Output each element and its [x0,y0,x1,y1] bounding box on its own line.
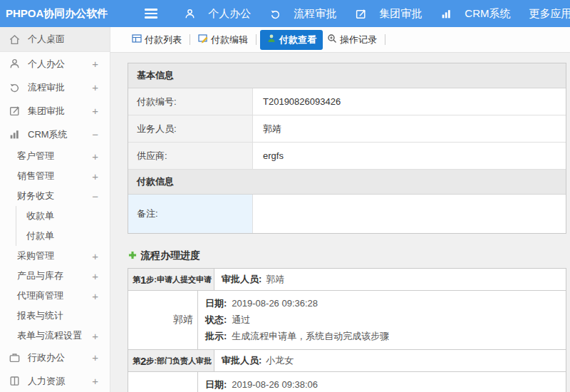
expand-toggle[interactable]: + [92,150,98,163]
sidebar-item-hr[interactable]: 人力资源 + [0,369,110,392]
progress-title-text: 流程办理进度 [140,249,200,262]
approver-name-cell: 郭靖 [128,291,198,349]
sidebar-item-label: 收款单 [26,210,54,222]
sidebar-item-group-approval[interactable]: 集团审批 + [0,99,110,123]
sidebar-item-desktop[interactable]: 个人桌面 [0,27,110,51]
expand-toggle[interactable]: + [92,270,98,282]
sidebar-item-flow-approval[interactable]: 流程审批 + [0,76,110,99]
chart-icon [9,128,21,140]
nav-item-flow-approval[interactable]: 流程审批 [260,7,346,21]
sidebar-item-label: 代理商管理 [17,289,63,302]
progress-step-row: 第1步:申请人提交申请 审批人员: 郭靖 [128,269,566,291]
step-approver-cell: 审批人员: 小龙女 [214,350,566,371]
expand-toggle[interactable]: + [92,170,98,182]
hamburger-menu-icon[interactable] [145,9,157,19]
edit-icon [9,105,21,117]
flow-icon [9,81,21,93]
date-label: 日期: [205,377,227,392]
expand-toggle[interactable]: + [92,58,98,70]
person-icon [266,33,276,46]
nav-item-personal-office[interactable]: 个人办公 [175,7,260,21]
detail-comment-line: 批示: 生成流程申请单，系统自动完成该步骤 [205,329,559,345]
edit-icon [198,33,208,46]
sidebar-item-label: 产品与库存 [17,269,63,282]
nav-item-crm[interactable]: CRM系统 [431,7,519,21]
sidebar-item-receipt[interactable]: 收款单 [16,206,110,226]
tab-operation-log[interactable]: 操作记录 [323,31,381,49]
finance-submenu: 收款单 付款单 [16,206,110,246]
comment-value: 生成流程申请单，系统自动完成该步骤 [232,329,389,345]
field-row-supplier: 供应商: ergfs [128,143,566,170]
app-window: PHPOA协同办公软件 个人办公 流程审批 [0,0,570,392]
sidebar-item-label: 客户管理 [17,150,54,163]
expand-toggle[interactable]: + [92,105,98,117]
edit-icon [355,8,367,20]
sidebar-item-crm[interactable]: CRM系统 − [0,123,110,146]
home-icon [9,33,21,46]
sidebar-item-label: 集团审批 [28,105,65,118]
section-header-payment-info: 付款信息 [128,170,566,195]
sidebar-item-customer-mgmt[interactable]: 客户管理 + [0,146,110,166]
top-nav: 个人办公 流程审批 集团审批 [175,7,570,21]
sidebar-item-form-flow-settings[interactable]: 表单与流程设置 + [0,326,110,346]
expand-toggle[interactable]: + [92,351,98,363]
expand-toggle[interactable]: + [92,81,98,93]
sidebar-item-label: 流程审批 [28,81,65,94]
sidebar-item-finance[interactable]: 财务收支 − [0,186,110,206]
list-icon [132,33,142,46]
status-value: 通过 [232,312,250,329]
progress-step-row: 第2步:部门负责人审批 审批人员: 小龙女 [128,350,566,372]
collapse-toggle[interactable]: − [92,190,98,202]
expand-toggle[interactable]: + [92,375,98,387]
nav-label: 个人办公 [208,7,251,21]
progress-detail-row: 小龙女 日期: 2019-08-26 09:38:06 状态: 通过 [128,372,566,392]
field-label: 备注: [128,195,253,233]
tab-label: 操作记录 [340,33,377,46]
sidebar-item-sales-mgmt[interactable]: 销售管理 + [0,166,110,186]
sidebar-item-agent-mgmt[interactable]: 代理商管理 + [0,286,110,306]
tab-label: 付款列表 [145,33,182,46]
flow-icon [269,8,281,20]
progress-detail-row: 郭靖 日期: 2019-08-26 09:36:28 状态: 通过 [128,291,566,350]
tab-payment-edit[interactable]: 付款编辑 [194,31,252,49]
plus-icon [128,250,138,262]
detail-date-line: 日期: 2019-08-26 09:36:28 [205,296,559,312]
step-approver-cell: 审批人员: 郭靖 [214,269,566,290]
tab-bar: 付款列表 付款编辑 [110,27,570,53]
tab-payment-list[interactable]: 付款列表 [128,31,186,49]
comment-label: 批示: [205,329,227,345]
sidebar-item-purchase[interactable]: 采购管理 + [0,246,110,266]
sidebar-item-payment[interactable]: 付款单 [16,226,110,246]
collapse-toggle[interactable]: − [92,128,98,140]
approval-detail-cell: 日期: 2019-08-26 09:36:28 状态: 通过 批示: 生成流程申… [198,291,566,349]
sidebar-item-label: 销售管理 [17,170,54,182]
note-value [253,195,566,233]
detail-status-line: 状态: 通过 [205,312,559,329]
expand-toggle[interactable]: + [92,290,98,302]
date-value: 2019-08-26 09:36:28 [232,296,318,312]
tab-separator [190,34,190,45]
field-label: 业务人员: [128,115,253,142]
tab-label: 付款查看 [279,33,316,46]
tab-payment-view[interactable]: 付款查看 [260,30,323,50]
nav-item-more-apps[interactable]: 更多应用 [520,7,570,21]
field-row-note: 备注: [128,195,566,233]
main-area: 付款列表 付款编辑 [110,27,570,392]
tab-separator [385,34,385,45]
approver-label: 审批人员: [222,354,261,367]
field-label: 供应商: [128,143,253,169]
date-value: 2019-08-26 09:38:06 [232,377,318,392]
sidebar-item-product-inventory[interactable]: 产品与库存 + [0,266,110,286]
step-title: 第1步:申请人提交申请 [128,269,214,290]
person-icon [9,58,21,70]
field-row-payment-no: 付款编号: T20190826093426 [128,88,566,115]
sidebar-item-admin-office[interactable]: 行政办公 + [0,346,110,369]
nav-label: CRM系统 [465,7,510,21]
nav-item-group-approval[interactable]: 集团审批 [346,7,431,21]
sidebar-item-personal-office[interactable]: 个人办公 + [0,52,110,76]
expand-toggle[interactable]: + [92,330,98,342]
sidebar-item-reports[interactable]: 报表与统计 [0,306,110,326]
tab-separator [256,34,256,45]
expand-toggle[interactable]: + [92,250,98,262]
sidebar-item-label: 采购管理 [17,249,54,262]
